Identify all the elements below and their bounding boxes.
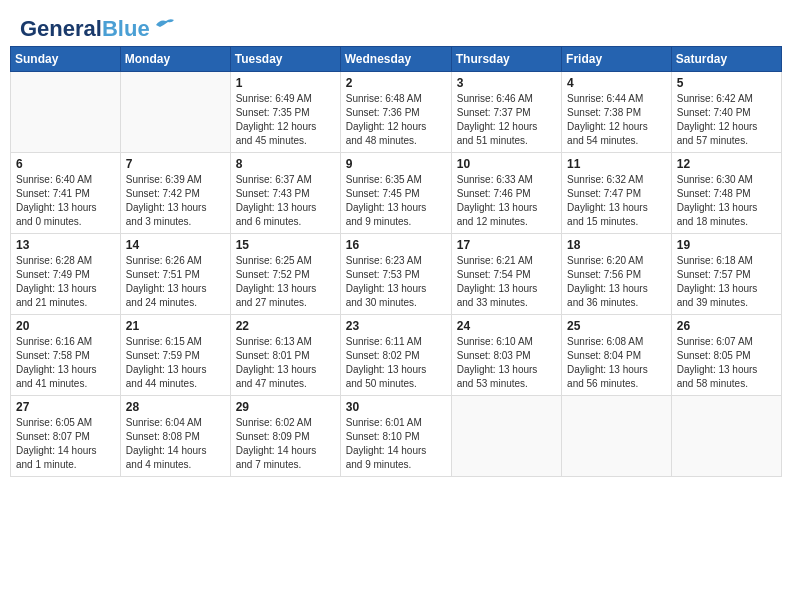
weekday-header-thursday: Thursday — [451, 47, 561, 72]
calendar-day-cell: 10Sunrise: 6:33 AM Sunset: 7:46 PM Dayli… — [451, 153, 561, 234]
day-number: 26 — [677, 319, 776, 333]
calendar-day-cell: 1Sunrise: 6:49 AM Sunset: 7:35 PM Daylig… — [230, 72, 340, 153]
calendar-day-cell: 6Sunrise: 6:40 AM Sunset: 7:41 PM Daylig… — [11, 153, 121, 234]
weekday-header-monday: Monday — [120, 47, 230, 72]
logo: GeneralBlue — [20, 18, 176, 40]
calendar-day-cell: 16Sunrise: 6:23 AM Sunset: 7:53 PM Dayli… — [340, 234, 451, 315]
calendar-day-cell: 21Sunrise: 6:15 AM Sunset: 7:59 PM Dayli… — [120, 315, 230, 396]
calendar-day-cell: 7Sunrise: 6:39 AM Sunset: 7:42 PM Daylig… — [120, 153, 230, 234]
calendar-day-cell — [120, 72, 230, 153]
day-number: 1 — [236, 76, 335, 90]
day-number: 10 — [457, 157, 556, 171]
day-info: Sunrise: 6:23 AM Sunset: 7:53 PM Dayligh… — [346, 254, 446, 310]
weekday-header-wednesday: Wednesday — [340, 47, 451, 72]
calendar-day-cell: 17Sunrise: 6:21 AM Sunset: 7:54 PM Dayli… — [451, 234, 561, 315]
calendar-day-cell: 2Sunrise: 6:48 AM Sunset: 7:36 PM Daylig… — [340, 72, 451, 153]
day-info: Sunrise: 6:01 AM Sunset: 8:10 PM Dayligh… — [346, 416, 446, 472]
day-number: 6 — [16, 157, 115, 171]
day-number: 8 — [236, 157, 335, 171]
calendar-day-cell: 22Sunrise: 6:13 AM Sunset: 8:01 PM Dayli… — [230, 315, 340, 396]
calendar-day-cell: 13Sunrise: 6:28 AM Sunset: 7:49 PM Dayli… — [11, 234, 121, 315]
day-info: Sunrise: 6:49 AM Sunset: 7:35 PM Dayligh… — [236, 92, 335, 148]
day-number: 7 — [126, 157, 225, 171]
day-info: Sunrise: 6:21 AM Sunset: 7:54 PM Dayligh… — [457, 254, 556, 310]
day-info: Sunrise: 6:46 AM Sunset: 7:37 PM Dayligh… — [457, 92, 556, 148]
day-info: Sunrise: 6:10 AM Sunset: 8:03 PM Dayligh… — [457, 335, 556, 391]
day-number: 12 — [677, 157, 776, 171]
day-number: 22 — [236, 319, 335, 333]
day-info: Sunrise: 6:26 AM Sunset: 7:51 PM Dayligh… — [126, 254, 225, 310]
day-info: Sunrise: 6:30 AM Sunset: 7:48 PM Dayligh… — [677, 173, 776, 229]
calendar-day-cell: 24Sunrise: 6:10 AM Sunset: 8:03 PM Dayli… — [451, 315, 561, 396]
day-info: Sunrise: 6:25 AM Sunset: 7:52 PM Dayligh… — [236, 254, 335, 310]
calendar-week-row: 20Sunrise: 6:16 AM Sunset: 7:58 PM Dayli… — [11, 315, 782, 396]
calendar-day-cell — [562, 396, 672, 477]
weekday-header-friday: Friday — [562, 47, 672, 72]
calendar-day-cell: 5Sunrise: 6:42 AM Sunset: 7:40 PM Daylig… — [671, 72, 781, 153]
day-info: Sunrise: 6:28 AM Sunset: 7:49 PM Dayligh… — [16, 254, 115, 310]
day-number: 27 — [16, 400, 115, 414]
calendar-day-cell: 3Sunrise: 6:46 AM Sunset: 7:37 PM Daylig… — [451, 72, 561, 153]
day-info: Sunrise: 6:11 AM Sunset: 8:02 PM Dayligh… — [346, 335, 446, 391]
calendar-day-cell: 4Sunrise: 6:44 AM Sunset: 7:38 PM Daylig… — [562, 72, 672, 153]
weekday-header-saturday: Saturday — [671, 47, 781, 72]
calendar-day-cell — [451, 396, 561, 477]
calendar-week-row: 13Sunrise: 6:28 AM Sunset: 7:49 PM Dayli… — [11, 234, 782, 315]
day-info: Sunrise: 6:35 AM Sunset: 7:45 PM Dayligh… — [346, 173, 446, 229]
day-number: 20 — [16, 319, 115, 333]
calendar-day-cell: 18Sunrise: 6:20 AM Sunset: 7:56 PM Dayli… — [562, 234, 672, 315]
calendar-day-cell: 30Sunrise: 6:01 AM Sunset: 8:10 PM Dayli… — [340, 396, 451, 477]
calendar-day-cell: 12Sunrise: 6:30 AM Sunset: 7:48 PM Dayli… — [671, 153, 781, 234]
logo-text: GeneralBlue — [20, 18, 150, 40]
day-info: Sunrise: 6:16 AM Sunset: 7:58 PM Dayligh… — [16, 335, 115, 391]
day-info: Sunrise: 6:20 AM Sunset: 7:56 PM Dayligh… — [567, 254, 666, 310]
calendar-day-cell: 29Sunrise: 6:02 AM Sunset: 8:09 PM Dayli… — [230, 396, 340, 477]
day-info: Sunrise: 6:08 AM Sunset: 8:04 PM Dayligh… — [567, 335, 666, 391]
calendar-table: SundayMondayTuesdayWednesdayThursdayFrid… — [10, 46, 782, 477]
logo-bird-icon — [154, 17, 176, 33]
day-number: 13 — [16, 238, 115, 252]
day-info: Sunrise: 6:15 AM Sunset: 7:59 PM Dayligh… — [126, 335, 225, 391]
calendar-day-cell: 19Sunrise: 6:18 AM Sunset: 7:57 PM Dayli… — [671, 234, 781, 315]
day-number: 9 — [346, 157, 446, 171]
day-number: 2 — [346, 76, 446, 90]
day-info: Sunrise: 6:13 AM Sunset: 8:01 PM Dayligh… — [236, 335, 335, 391]
day-info: Sunrise: 6:04 AM Sunset: 8:08 PM Dayligh… — [126, 416, 225, 472]
calendar-day-cell: 14Sunrise: 6:26 AM Sunset: 7:51 PM Dayli… — [120, 234, 230, 315]
day-info: Sunrise: 6:48 AM Sunset: 7:36 PM Dayligh… — [346, 92, 446, 148]
calendar-week-row: 6Sunrise: 6:40 AM Sunset: 7:41 PM Daylig… — [11, 153, 782, 234]
calendar-week-row: 27Sunrise: 6:05 AM Sunset: 8:07 PM Dayli… — [11, 396, 782, 477]
calendar-day-cell: 15Sunrise: 6:25 AM Sunset: 7:52 PM Dayli… — [230, 234, 340, 315]
calendar-day-cell: 11Sunrise: 6:32 AM Sunset: 7:47 PM Dayli… — [562, 153, 672, 234]
day-number: 11 — [567, 157, 666, 171]
day-number: 18 — [567, 238, 666, 252]
day-info: Sunrise: 6:44 AM Sunset: 7:38 PM Dayligh… — [567, 92, 666, 148]
day-info: Sunrise: 6:07 AM Sunset: 8:05 PM Dayligh… — [677, 335, 776, 391]
calendar-day-cell: 26Sunrise: 6:07 AM Sunset: 8:05 PM Dayli… — [671, 315, 781, 396]
day-info: Sunrise: 6:02 AM Sunset: 8:09 PM Dayligh… — [236, 416, 335, 472]
day-number: 23 — [346, 319, 446, 333]
calendar-day-cell — [671, 396, 781, 477]
day-number: 17 — [457, 238, 556, 252]
day-number: 29 — [236, 400, 335, 414]
calendar-day-cell: 9Sunrise: 6:35 AM Sunset: 7:45 PM Daylig… — [340, 153, 451, 234]
day-number: 15 — [236, 238, 335, 252]
weekday-header-sunday: Sunday — [11, 47, 121, 72]
day-number: 5 — [677, 76, 776, 90]
weekday-header-row: SundayMondayTuesdayWednesdayThursdayFrid… — [11, 47, 782, 72]
day-number: 30 — [346, 400, 446, 414]
calendar-day-cell — [11, 72, 121, 153]
day-info: Sunrise: 6:37 AM Sunset: 7:43 PM Dayligh… — [236, 173, 335, 229]
day-number: 21 — [126, 319, 225, 333]
day-info: Sunrise: 6:18 AM Sunset: 7:57 PM Dayligh… — [677, 254, 776, 310]
day-number: 3 — [457, 76, 556, 90]
calendar-day-cell: 23Sunrise: 6:11 AM Sunset: 8:02 PM Dayli… — [340, 315, 451, 396]
day-number: 28 — [126, 400, 225, 414]
day-number: 14 — [126, 238, 225, 252]
day-info: Sunrise: 6:32 AM Sunset: 7:47 PM Dayligh… — [567, 173, 666, 229]
calendar-day-cell: 27Sunrise: 6:05 AM Sunset: 8:07 PM Dayli… — [11, 396, 121, 477]
day-number: 24 — [457, 319, 556, 333]
day-number: 25 — [567, 319, 666, 333]
day-number: 4 — [567, 76, 666, 90]
weekday-header-tuesday: Tuesday — [230, 47, 340, 72]
